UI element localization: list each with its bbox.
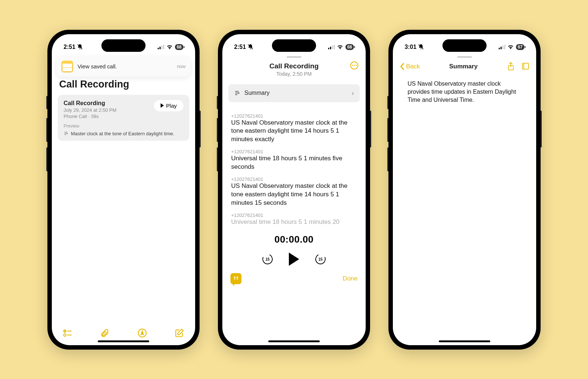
svg-rect-16 — [499, 48, 500, 49]
caller-number: +12027621401 — [231, 212, 357, 218]
transcript-text: US Naval Observatory master clock at the… — [231, 182, 357, 207]
home-indicator[interactable] — [268, 340, 320, 342]
recording-title: Call Recording — [64, 100, 116, 107]
svg-rect-21 — [524, 63, 528, 69]
svg-rect-13 — [332, 46, 333, 49]
svg-rect-14 — [334, 45, 335, 49]
svg-rect-17 — [501, 47, 502, 49]
recording-subtitle: Today, 2:50 PM — [230, 71, 358, 77]
caller-number: +12027621401 — [231, 176, 357, 182]
svg-rect-12 — [330, 47, 331, 49]
phone-frame-3: 3:01 67 Back Summary US Naval Observator… — [388, 30, 541, 350]
transcript-block: +12027621401 Universal time 18 hours 5 1… — [231, 149, 357, 171]
rewind-15-button[interactable]: 15 — [262, 254, 273, 264]
notes-app-icon — [61, 61, 73, 72]
home-indicator[interactable] — [439, 340, 490, 342]
bell-slash-icon — [77, 44, 83, 50]
transcript-block: +12027621401 US Naval Observatory master… — [231, 176, 357, 207]
cellular-icon — [499, 45, 505, 49]
page-title: Call Recording — [52, 76, 195, 94]
recording-details: Phone Call · 39s — [64, 114, 116, 119]
summary-label: Summary — [244, 90, 348, 96]
transcript-text: Universal time 18 hours 5 1 minutes 20 — [231, 218, 357, 226]
play-label: Play — [166, 103, 177, 109]
bell-slash-icon — [418, 44, 424, 50]
battery-indicator: 68 — [345, 44, 354, 50]
player: 00:00.00 15 15 — [222, 229, 366, 267]
caller-number: +12027621401 — [231, 149, 357, 154]
done-button[interactable]: Done — [343, 275, 358, 282]
dynamic-island — [101, 39, 146, 52]
wifi-icon — [166, 44, 173, 49]
wifi-icon — [337, 44, 343, 49]
cellular-icon — [328, 45, 335, 49]
notification-text: View saved call. — [78, 63, 172, 69]
transcript-text: Universal time 18 hours 5 1 minutes five… — [231, 154, 357, 171]
transcript-block: +12027621401 Universal time 18 hours 5 1… — [231, 212, 357, 226]
svg-rect-4 — [163, 45, 164, 49]
svg-rect-18 — [502, 46, 503, 49]
svg-rect-11 — [328, 48, 329, 49]
chevron-left-icon — [399, 63, 405, 70]
chevron-right-icon: › — [352, 89, 354, 97]
recording-date: July 29, 2024 at 2:50 PM — [64, 107, 116, 113]
transcript-text: US Naval Observatory master clock at the… — [231, 119, 357, 144]
battery-indicator: 68 — [175, 44, 183, 50]
play-button[interactable]: Play — [154, 100, 183, 111]
svg-rect-2 — [159, 47, 161, 49]
compose-icon[interactable] — [175, 328, 184, 338]
wifi-icon — [508, 44, 514, 49]
svg-rect-19 — [504, 45, 505, 49]
transcript[interactable]: +12027621401 US Naval Observatory master… — [222, 105, 366, 229]
copy-icon[interactable] — [521, 62, 530, 71]
page-title: Summary — [449, 63, 477, 70]
player-time: 00:00.00 — [222, 234, 366, 245]
notification-time: now — [177, 64, 186, 69]
dynamic-island — [272, 39, 316, 52]
caller-number: +12027621401 — [231, 113, 357, 119]
checklist-icon[interactable] — [63, 328, 72, 338]
phone-frame-2: 2:51 68 Call Recording Today, 2:50 PM Su… — [218, 30, 370, 350]
svg-rect-3 — [161, 46, 162, 49]
share-icon[interactable] — [507, 62, 515, 71]
preview-label: Preview — [64, 124, 183, 129]
bell-slash-icon — [247, 44, 254, 50]
cellular-icon — [158, 45, 164, 49]
bottom-toolbar — [52, 328, 195, 338]
status-time: 2:51 — [234, 44, 246, 50]
summary-body: US Naval Observatory master clock provid… — [393, 74, 536, 110]
recording-card[interactable]: Call Recording July 29, 2024 at 2:50 PM … — [58, 95, 189, 141]
battery-indicator: 67 — [516, 44, 524, 50]
play-icon — [161, 103, 164, 108]
recording-title: Call Recording — [230, 62, 358, 70]
dynamic-island — [442, 39, 487, 52]
more-button[interactable] — [350, 61, 358, 69]
markup-icon[interactable] — [137, 328, 147, 338]
transcript-block: +12027621401 US Naval Observatory master… — [231, 113, 357, 144]
status-time: 2:51 — [64, 44, 75, 50]
back-label: Back — [406, 63, 420, 70]
summary-row[interactable]: Summary › — [228, 84, 360, 102]
notification-banner[interactable]: View saved call. now — [56, 56, 191, 77]
svg-rect-1 — [158, 48, 159, 49]
attachment-icon[interactable] — [100, 328, 110, 338]
svg-point-7 — [64, 334, 66, 336]
back-button[interactable]: Back — [399, 63, 420, 70]
summary-icon — [64, 131, 69, 136]
summary-icon — [234, 90, 241, 96]
phone-frame-1: 2:51 68 View saved call. now Call Record… — [47, 30, 200, 350]
status-time: 3:01 — [405, 44, 416, 50]
forward-15-button[interactable]: 15 — [315, 254, 326, 264]
transcript-quote-button[interactable] — [230, 273, 241, 284]
home-indicator[interactable] — [98, 340, 149, 342]
preview-text: Master clock at the tone of Eastern dayl… — [71, 131, 174, 136]
play-button[interactable] — [289, 253, 299, 266]
